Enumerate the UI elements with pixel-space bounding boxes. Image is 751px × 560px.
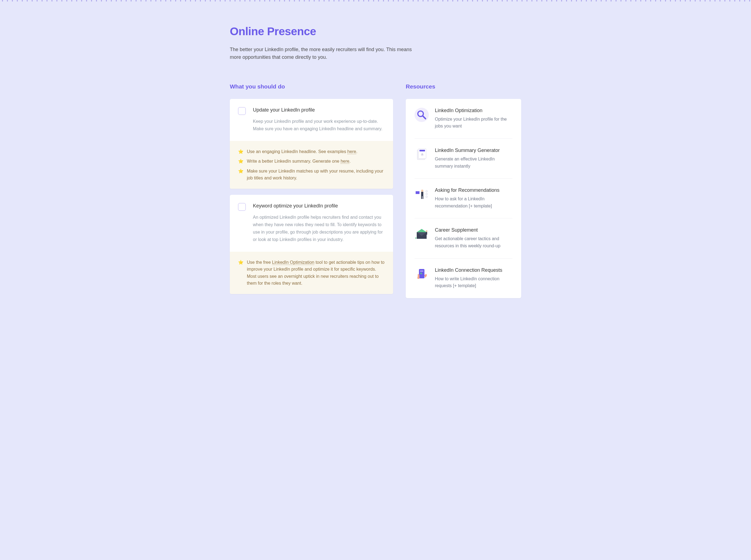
resource-title: Career Supplement [435,227,512,233]
resource-desc: Get actionable career tactics and resour… [435,235,512,249]
svg-point-14 [426,193,428,195]
documents-icon [415,147,429,162]
resource-title: Asking for Recommendations [435,187,512,193]
svg-rect-18 [426,232,427,235]
page-title: Online Presence [230,25,521,38]
svg-point-13 [426,191,428,192]
tip-link[interactable]: here [341,159,349,164]
tip: ⭐ Make sure your LinkedIn matches up wit… [238,167,385,182]
svg-point-15 [426,196,428,198]
svg-rect-5 [419,150,425,152]
svg-rect-12 [422,196,423,199]
tip-text: Write a better LinkedIn summary. Generat… [247,158,385,165]
person-list-icon [415,187,429,202]
svg-rect-11 [421,196,422,199]
resource-title: LinkedIn Connection Requests [435,267,512,273]
tip: ⭐ Use the free LinkedIn Optimization too… [238,259,385,287]
resource-content: Asking for Recommendations How to ask fo… [435,187,512,209]
resource-item[interactable]: LinkedIn Summary Generator Generate an e… [415,139,512,179]
task-header: Update your LinkedIn profile Keep your L… [230,99,393,141]
magnifier-icon [415,108,429,122]
svg-rect-10 [421,192,423,196]
tip: ⭐ Use an engaging LinkedIn headline. See… [238,148,385,155]
task-checkbox[interactable] [238,107,246,115]
tip-link[interactable]: LinkedIn Optimization [272,260,315,265]
star-icon: ⭐ [238,158,243,165]
tips: ⭐ Use an engaging LinkedIn headline. See… [230,141,393,189]
svg-rect-8 [416,191,419,194]
todo-column: What you should do Update your LinkedIn … [230,83,393,300]
task-title: Update your LinkedIn profile [253,107,385,113]
tip-text: Use an engaging LinkedIn headline. See e… [247,148,385,155]
resource-desc: Optimize your LinkedIn profile for the j… [435,116,512,130]
task-card: Update your LinkedIn profile Keep your L… [230,99,393,189]
resource-content: LinkedIn Summary Generator Generate an e… [435,147,512,169]
resource-title: LinkedIn Optimization [435,108,512,114]
task-desc: Keep your LinkedIn profile and your work… [253,118,385,133]
phone-hand-icon [415,267,429,282]
resource-title: LinkedIn Summary Generator [435,147,512,153]
task-desc: An optimized LinkedIn profile helps recr… [253,214,385,243]
resource-desc: How to write LinkedIn connection request… [435,275,512,289]
task-header: Keyword optimize your LinkedIn profile A… [230,195,393,252]
star-icon: ⭐ [238,167,243,182]
tip-text: Make sure your LinkedIn matches up with … [247,167,385,182]
tips: ⭐ Use the free LinkedIn Optimization too… [230,252,393,294]
resource-desc: Generate an effective LinkedIn summary i… [435,156,512,169]
resources-column: Resources LinkedIn Optimization Optimize… [406,83,521,300]
resource-content: LinkedIn Connection Requests How to writ… [435,267,512,289]
tip-text: Use the free LinkedIn Optimization tool … [247,259,385,287]
page-subtitle: The better your LinkedIn profile, the mo… [230,46,414,61]
task-content: Keyword optimize your LinkedIn profile A… [253,203,385,243]
svg-point-17 [426,230,428,232]
svg-point-21 [420,273,422,274]
todo-heading: What you should do [230,83,393,90]
task-title: Keyword optimize your LinkedIn profile [253,203,385,209]
resources-card: LinkedIn Optimization Optimize your Link… [406,99,521,298]
star-icon: ⭐ [238,259,243,287]
resource-item[interactable]: LinkedIn Connection Requests How to writ… [415,259,512,298]
resource-item[interactable]: LinkedIn Optimization Optimize your Link… [415,99,512,139]
svg-point-9 [421,189,423,192]
svg-point-0 [415,108,429,122]
task-checkbox[interactable] [238,203,246,211]
container: Online Presence The better your LinkedIn… [224,25,527,300]
resources-heading: Resources [406,83,521,90]
svg-point-7 [422,154,423,155]
task-card: Keyword optimize your LinkedIn profile A… [230,195,393,294]
task-content: Update your LinkedIn profile Keep your L… [253,107,385,133]
resource-desc: How to ask for a LinkedIn recommendation… [435,195,512,209]
divider [0,0,751,2]
resource-content: LinkedIn Optimization Optimize your Link… [435,108,512,130]
resource-item[interactable]: Asking for Recommendations How to ask fo… [415,179,512,218]
envelope-icon [415,227,429,242]
resource-content: Career Supplement Get actionable career … [435,227,512,249]
tip-link[interactable]: here [348,149,356,154]
columns: What you should do Update your LinkedIn … [230,83,521,300]
resource-item[interactable]: Career Supplement Get actionable career … [415,218,512,258]
tip: ⭐ Write a better LinkedIn summary. Gener… [238,158,385,165]
svg-rect-20 [420,271,423,272]
star-icon: ⭐ [238,148,243,155]
